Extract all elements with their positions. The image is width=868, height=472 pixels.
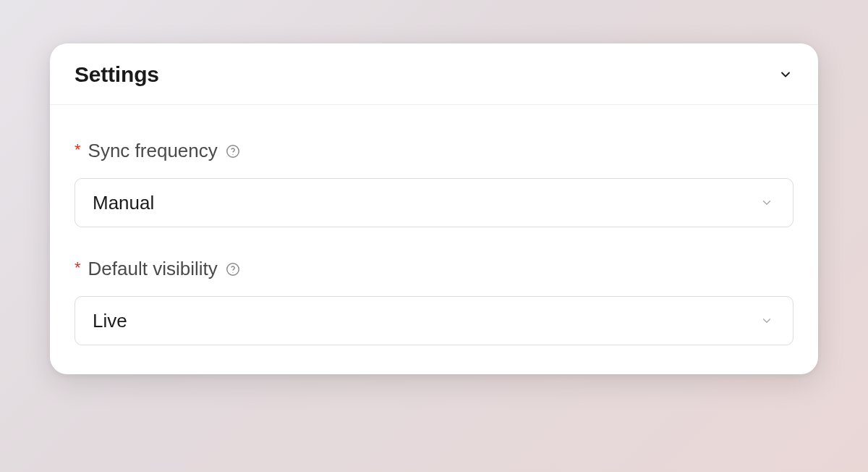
sync-frequency-select[interactable]: Manual [75,178,793,227]
required-marker: * [75,260,81,276]
svg-point-1 [232,154,233,155]
chevron-down-icon [760,313,774,328]
question-circle-icon[interactable] [225,261,241,277]
settings-card-header[interactable]: Settings [50,43,818,105]
field-label-default-visibility: * Default visibility [75,258,793,280]
svg-point-3 [232,272,233,273]
question-circle-icon[interactable] [225,143,241,159]
sync-frequency-label-text: Sync frequency [88,140,218,162]
chevron-down-icon [778,67,793,83]
field-default-visibility: * Default visibility Live [75,258,793,345]
chevron-down-icon [760,195,774,210]
settings-title: Settings [75,62,159,87]
settings-card-body: * Sync frequency Manual * [50,105,818,374]
default-visibility-select[interactable]: Live [75,296,793,345]
sync-frequency-value: Manual [93,192,154,214]
field-sync-frequency: * Sync frequency Manual [75,140,793,227]
field-label-sync-frequency: * Sync frequency [75,140,793,162]
settings-card: Settings * Sync frequency Manual [50,43,818,374]
default-visibility-label-text: Default visibility [88,258,218,280]
default-visibility-value: Live [93,310,127,332]
required-marker: * [75,142,81,158]
